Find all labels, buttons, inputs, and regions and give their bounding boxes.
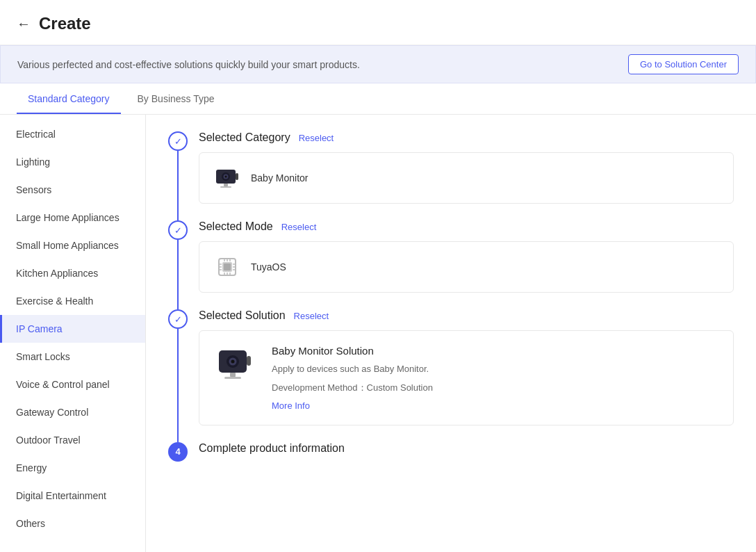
- sidebar-item-ip-camera[interactable]: IP Camera: [0, 315, 145, 343]
- baby-monitor-icon: [213, 164, 241, 192]
- step1-wrapper: ✓ Selected Category Reselect: [168, 131, 734, 220]
- sidebar-item-large-home-appliances[interactable]: Large Home Appliances: [0, 204, 145, 232]
- step2-heading: Selected Mode Reselect: [199, 220, 734, 233]
- main-panel: ✓ Selected Category Reselect: [146, 115, 756, 552]
- tabs-bar: Standard Category By Business Type: [0, 83, 756, 115]
- step3-vline: [177, 329, 179, 442]
- step2-title: Selected Mode: [199, 220, 273, 233]
- step3-left: ✓: [168, 309, 188, 442]
- sidebar-item-gateway-control[interactable]: Gateway Control: [0, 398, 145, 426]
- sidebar-item-small-home-appliances[interactable]: Small Home Appliances: [0, 232, 145, 259]
- sidebar-item-kitchen-appliances[interactable]: Kitchen Appliances: [0, 259, 145, 287]
- content-area: Electrical Lighting Sensors Large Home A…: [0, 115, 756, 552]
- svg-rect-6: [236, 173, 238, 180]
- sidebar-item-others[interactable]: Others: [0, 510, 145, 537]
- step1-left: ✓: [168, 131, 188, 220]
- step3-check-icon: ✓: [168, 309, 188, 329]
- step1-title: Selected Category: [199, 131, 290, 144]
- step4-left: 4: [168, 442, 188, 480]
- svg-point-3: [225, 176, 227, 178]
- solution-desc2: Development Method：Custom Solution: [272, 381, 719, 396]
- step1-reselect-link[interactable]: Reselect: [299, 133, 334, 143]
- svg-rect-5: [220, 186, 231, 188]
- tab-standard-category[interactable]: Standard Category: [17, 83, 121, 114]
- step2-check-icon: ✓: [168, 220, 188, 240]
- banner-text: Various perfected and cost-effective sol…: [17, 59, 360, 70]
- svg-rect-27: [224, 377, 241, 379]
- sidebar-item-sensors[interactable]: Sensors: [0, 176, 145, 204]
- step2-body: Selected Mode Reselect: [199, 220, 734, 309]
- solution-info: Baby Monitor Solution Apply to devices s…: [272, 345, 719, 411]
- solution-image: [213, 345, 258, 400]
- step1-vline: [177, 151, 179, 220]
- step3-title: Selected Solution: [199, 309, 286, 322]
- solution-name: Baby Monitor Solution: [272, 345, 719, 357]
- svg-point-25: [231, 360, 235, 364]
- step3-heading: Selected Solution Reselect: [199, 309, 734, 322]
- step3-solution-card: Baby Monitor Solution Apply to devices s…: [199, 330, 734, 425]
- sidebar-item-outdoor-travel[interactable]: Outdoor Travel: [0, 426, 145, 454]
- steps-container: ✓ Selected Category Reselect: [168, 131, 734, 480]
- back-button[interactable]: ←: [17, 16, 31, 32]
- step2-reselect-link[interactable]: Reselect: [281, 222, 317, 232]
- solution-desc1: Apply to devices such as Baby Monitor.: [272, 362, 719, 377]
- step3-body: Selected Solution Reselect: [199, 309, 734, 442]
- svg-rect-9: [224, 263, 231, 270]
- svg-rect-28: [247, 356, 251, 366]
- step1-check-icon: ✓: [168, 131, 188, 151]
- sidebar-item-smart-locks[interactable]: Smart Locks: [0, 343, 145, 371]
- step3-wrapper: ✓ Selected Solution Reselect: [168, 309, 734, 442]
- svg-rect-26: [230, 373, 236, 377]
- step4-wrapper: 4 Complete product information: [168, 442, 734, 480]
- sidebar-item-electrical[interactable]: Electrical: [0, 120, 145, 148]
- svg-rect-4: [224, 184, 228, 186]
- step1-heading: Selected Category Reselect: [199, 131, 734, 144]
- step2-mode-name: TuyaOS: [251, 261, 286, 273]
- go-to-solution-center-button[interactable]: Go to Solution Center: [628, 54, 739, 74]
- step4-heading: Complete product information: [199, 442, 734, 455]
- more-info-link[interactable]: More Info: [272, 400, 310, 411]
- sidebar: Electrical Lighting Sensors Large Home A…: [0, 115, 146, 552]
- step1-category-name: Baby Monitor: [251, 172, 308, 184]
- tab-by-business-type[interactable]: By Business Type: [126, 83, 226, 114]
- step2-wrapper: ✓ Selected Mode Reselect: [168, 220, 734, 309]
- step2-left: ✓: [168, 220, 188, 309]
- step2-card: TuyaOS: [199, 241, 734, 293]
- page-title: Create: [39, 14, 91, 33]
- step4-body: Complete product information: [199, 442, 734, 480]
- step1-body: Selected Category Reselect: [199, 131, 734, 220]
- step4-title: Complete product information: [199, 442, 345, 455]
- sidebar-item-energy[interactable]: Energy: [0, 454, 145, 482]
- banner: Various perfected and cost-effective sol…: [0, 45, 756, 83]
- sidebar-item-digital-entertainment[interactable]: Digital Entertainment: [0, 482, 145, 510]
- step1-card: Baby Monitor: [199, 152, 734, 204]
- sidebar-item-exercise-health[interactable]: Exercise & Health: [0, 287, 145, 315]
- page-header: ← Create: [0, 0, 756, 45]
- sidebar-item-lighting[interactable]: Lighting: [0, 148, 145, 176]
- step2-vline: [177, 240, 179, 309]
- step4-number-icon: 4: [168, 442, 188, 462]
- tuyaos-icon: [213, 253, 241, 281]
- sidebar-item-voice-control-panel[interactable]: Voice & Control panel: [0, 371, 145, 398]
- step3-reselect-link[interactable]: Reselect: [294, 311, 329, 321]
